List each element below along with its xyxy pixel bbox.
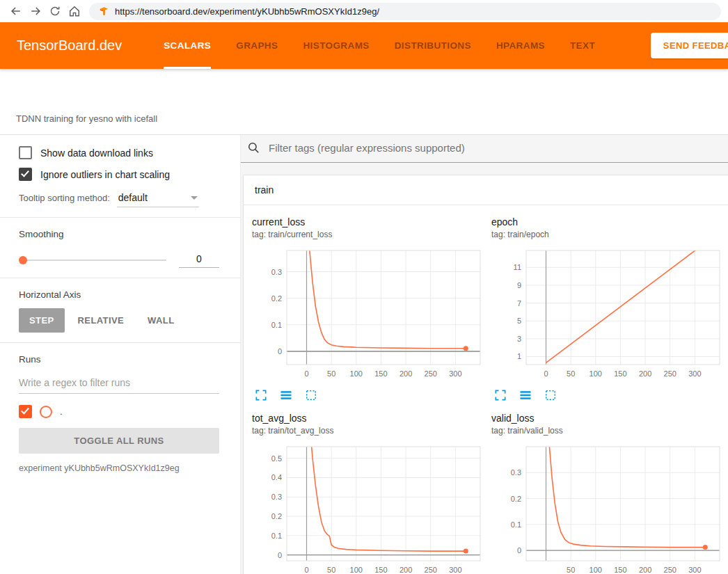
- svg-text:0: 0: [517, 546, 521, 555]
- chart-title: epoch: [491, 216, 725, 228]
- chart-tag: tag: train/current_loss: [252, 230, 486, 239]
- run-color-swatch-icon: [40, 406, 52, 418]
- axis-relative-button[interactable]: RELATIVE: [68, 308, 135, 333]
- selection-box-icon[interactable]: [303, 388, 319, 403]
- tooltip-sorting-select[interactable]: default: [117, 191, 199, 207]
- tooltip-sorting-label: Tooltip sorting method:: [19, 193, 110, 203]
- slider-thumb[interactable]: [19, 256, 27, 264]
- data-table-icon[interactable]: [278, 388, 294, 403]
- svg-text:200: 200: [399, 369, 412, 378]
- experiment-id-label: experiment yKUbhb5wRmOSXYkId1z9eg: [19, 463, 219, 473]
- tab-histograms[interactable]: HISTOGRAMS: [303, 22, 369, 69]
- smoothing-slider[interactable]: [19, 260, 166, 261]
- svg-text:200: 200: [639, 369, 651, 378]
- run-checkbox[interactable]: [19, 405, 32, 418]
- svg-text:200: 200: [639, 566, 651, 574]
- show-download-links-row[interactable]: Show data download links: [19, 146, 219, 159]
- svg-text:0.4: 0.4: [271, 473, 282, 481]
- experiment-title: TDNN training for yesno with icefall: [16, 113, 157, 124]
- fullscreen-icon[interactable]: [493, 388, 508, 403]
- axis-wall-button[interactable]: WALL: [137, 308, 184, 333]
- svg-text:0.5: 0.5: [271, 454, 282, 463]
- experiment-subheader: TDNN training for yesno with icefall: [0, 69, 728, 135]
- ignore-outliers-checkbox[interactable]: [19, 168, 32, 181]
- svg-text:300: 300: [449, 566, 461, 574]
- send-feedback-button[interactable]: SEND FEEDBACK: [651, 33, 728, 58]
- tag-filter-input[interactable]: [267, 141, 721, 154]
- svg-text:0.2: 0.2: [271, 294, 282, 303]
- chart-plot-tot-avg-loss[interactable]: 05010015020025030000.10.20.30.40.5: [252, 443, 486, 574]
- charts-grid: current_loss tag: train/current_loss 050…: [244, 205, 728, 574]
- chart-card-valid-loss: valid_loss tag: train/valid_loss 5010015…: [491, 413, 725, 574]
- fullscreen-icon[interactable]: [253, 388, 269, 403]
- svg-text:0.3: 0.3: [271, 493, 282, 501]
- svg-text:50: 50: [327, 369, 335, 378]
- chart-plot-current-loss[interactable]: 05010015020025030000.10.20.3: [252, 246, 486, 383]
- tab-text[interactable]: TEXT: [570, 22, 595, 69]
- tab-distributions[interactable]: DISTRIBUTIONS: [395, 22, 471, 69]
- svg-text:100: 100: [589, 566, 602, 574]
- show-download-links-checkbox[interactable]: [19, 146, 32, 159]
- smoothing-label: Smoothing: [19, 229, 219, 239]
- chart-card-current-loss: current_loss tag: train/current_loss 050…: [252, 216, 486, 403]
- horizontal-axis-group: STEP RELATIVE WALL: [19, 308, 219, 333]
- svg-text:0.1: 0.1: [271, 532, 282, 540]
- chart-title: tot_avg_loss: [252, 413, 486, 424]
- runs-regex-input[interactable]: [19, 374, 219, 394]
- chart-plot-valid-loss[interactable]: 5010015020025030000.10.20.3: [491, 443, 725, 574]
- chart-title: current_loss: [252, 216, 486, 228]
- svg-text:100: 100: [350, 566, 363, 574]
- ignore-outliers-row[interactable]: Ignore outliers in chart scaling: [19, 168, 219, 181]
- selection-box-icon[interactable]: [543, 388, 558, 403]
- reload-icon[interactable]: [46, 2, 64, 20]
- chart-title: valid_loss: [491, 413, 725, 424]
- settings-sidebar: Show data download links Ignore outliers…: [0, 135, 241, 574]
- nav-tabs: SCALARS GRAPHS HISTOGRAMS DISTRIBUTIONS …: [164, 22, 595, 69]
- data-table-icon[interactable]: [518, 388, 533, 403]
- tab-graphs[interactable]: GRAPHS: [236, 22, 278, 69]
- back-icon[interactable]: [7, 2, 25, 20]
- chart-card-tot-avg-loss: tot_avg_loss tag: train/tot_avg_loss 050…: [252, 413, 486, 574]
- chart-card-epoch: epoch tag: train/epoch 05010015020025030…: [491, 216, 725, 403]
- horizontal-axis-label: Horizontal Axis: [19, 289, 219, 300]
- svg-text:11: 11: [514, 263, 521, 271]
- svg-text:0.3: 0.3: [511, 468, 521, 477]
- runs-label: Runs: [19, 354, 219, 365]
- svg-text:250: 250: [664, 369, 676, 378]
- home-icon[interactable]: [65, 2, 84, 20]
- svg-text:50: 50: [327, 566, 335, 574]
- tag-group-header-train[interactable]: train: [244, 175, 728, 205]
- svg-text:150: 150: [374, 566, 387, 574]
- run-item[interactable]: .: [19, 405, 219, 418]
- svg-text:0.2: 0.2: [511, 495, 521, 503]
- axis-step-button[interactable]: STEP: [19, 308, 65, 333]
- chart-actions: [491, 388, 725, 403]
- chevron-down-icon: [191, 196, 198, 200]
- url-text[interactable]: https://tensorboard.dev/experiment/yKUbh…: [115, 6, 379, 17]
- svg-text:250: 250: [664, 566, 676, 574]
- tooltip-sorting-value: default: [118, 192, 148, 203]
- svg-text:0: 0: [278, 551, 282, 559]
- svg-text:0.1: 0.1: [511, 520, 521, 529]
- chart-tag: tag: train/valid_loss: [491, 426, 725, 436]
- svg-text:0: 0: [278, 347, 282, 356]
- chart-plot-epoch[interactable]: 0501001502002503001357911: [491, 246, 725, 383]
- main-content: train current_loss tag: train/current_lo…: [241, 135, 728, 574]
- forward-icon[interactable]: [26, 2, 45, 20]
- svg-text:9: 9: [517, 281, 521, 289]
- tab-hparams[interactable]: HPARAMS: [496, 22, 545, 69]
- toggle-all-runs-button[interactable]: TOGGLE ALL RUNS: [19, 428, 219, 454]
- address-bar[interactable]: https://tensorboard.dev/experiment/yKUbh…: [89, 3, 721, 20]
- run-name: .: [60, 406, 63, 417]
- chart-actions: [252, 388, 486, 403]
- svg-text:200: 200: [399, 566, 412, 574]
- svg-text:300: 300: [449, 369, 461, 378]
- app-header: TensorBoard.dev SCALARS GRAPHS HISTOGRAM…: [0, 22, 728, 69]
- app-logo[interactable]: TensorBoard.dev: [17, 22, 122, 69]
- tensorboard-favicon-icon: [99, 6, 109, 17]
- svg-text:0: 0: [544, 369, 548, 378]
- tab-scalars[interactable]: SCALARS: [164, 22, 211, 69]
- svg-text:1: 1: [517, 352, 521, 360]
- svg-text:50: 50: [567, 369, 575, 378]
- smoothing-value-input[interactable]: [179, 252, 219, 268]
